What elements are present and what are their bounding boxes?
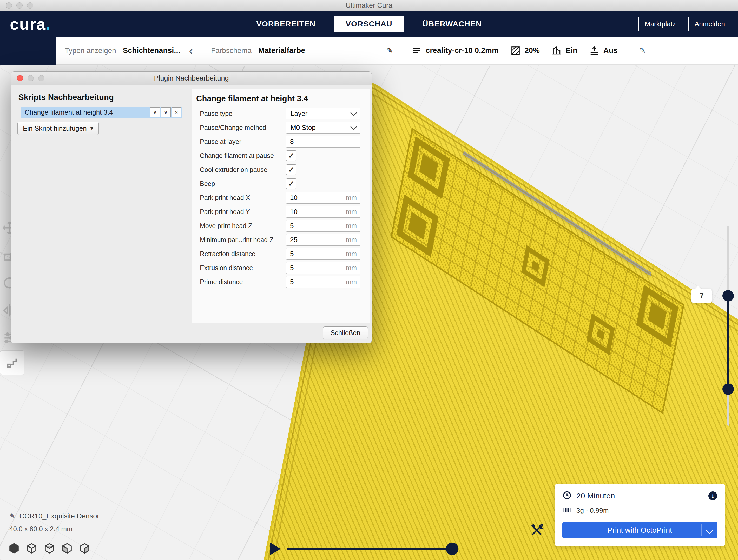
adhesion-icon [589, 46, 599, 56]
dialog-close-icon[interactable] [17, 75, 23, 81]
filament-usage-icon [562, 505, 572, 516]
select-value: Layer [291, 110, 307, 118]
simulation-slider-handle[interactable] [446, 543, 458, 555]
view-top-icon[interactable] [43, 542, 56, 555]
chevron-down-icon [350, 109, 357, 116]
beep-checkbox[interactable]: ✓ [286, 178, 297, 189]
edit-print-settings-icon[interactable]: ✎ [639, 46, 646, 55]
change-filament-checkbox[interactable]: ✓ [286, 150, 297, 161]
form-row: Move print head Z mm [200, 219, 360, 233]
simulation-slider-track[interactable] [287, 548, 455, 550]
field-control: ✓ [286, 150, 360, 161]
model-name: CCR10_Exquisite Densor [19, 512, 99, 520]
support-blocker-icon [5, 356, 19, 369]
layer-slider-upper-handle[interactable] [722, 290, 734, 302]
caret-down-icon: ▾ [90, 125, 93, 132]
marketplace-button[interactable]: Marktplatz [639, 17, 682, 31]
support-value[interactable]: Ein [566, 46, 578, 55]
field-control: ✓ [286, 164, 360, 175]
print-with-octoprint-button[interactable]: Print with OctoPrint [562, 522, 717, 538]
support-blocker-tool[interactable] [0, 351, 24, 375]
script-name[interactable]: Change filament at height 3.4 [21, 108, 150, 116]
form-row: Pause at layer [200, 134, 360, 148]
qr-finder-marker [396, 194, 439, 257]
close-window-icon[interactable] [6, 2, 12, 9]
infill-icon [510, 46, 520, 56]
print-job-panel: 20 Minuten i 3g · 0.99m Print with OctoP… [555, 484, 725, 546]
infill-value[interactable]: 20% [525, 46, 540, 55]
sign-in-button[interactable]: Anmelden [688, 17, 731, 31]
field-label: Change filament at pause [200, 152, 286, 159]
print-time-estimate: 20 Minuten [577, 491, 615, 500]
color-scheme-section[interactable]: Farbschema Materialfarbe ✎ [202, 37, 402, 64]
info-icon[interactable]: i [708, 491, 717, 500]
script-settings-heading: Change filament at height 3.4 [196, 94, 370, 103]
field-input-wrap [286, 136, 360, 147]
field-input-wrap: mm [286, 192, 360, 204]
printer-profile-value[interactable]: creality-cr-10 0.2mm [426, 46, 499, 55]
adhesion-group[interactable]: Aus [589, 46, 618, 56]
print-settings-summary[interactable]: creality-cr-10 0.2mm 20% Ein Aus ✎ [402, 37, 738, 64]
chevron-down-icon: ∨ [164, 109, 167, 115]
script-settings-form: Pause type Layer Pause/Change method M0 … [192, 105, 370, 289]
view-front-icon[interactable] [25, 542, 38, 555]
color-scheme-value[interactable]: Materialfarbe [258, 46, 305, 55]
form-row: Extrusion distance mm [200, 261, 360, 275]
adhesion-value[interactable]: Aus [604, 46, 618, 55]
window-controls [6, 2, 33, 9]
layer-slider-range[interactable] [727, 295, 729, 389]
view-type-section[interactable]: Typen anzeigen Schichtenansi... ‹ [56, 37, 202, 64]
field-input-wrap: mm [286, 262, 360, 274]
window-title: Ultimaker Cura [346, 2, 392, 10]
camera-view-buttons [8, 542, 91, 555]
select-value: M0 Stop [291, 124, 316, 132]
pause-at-layer-input[interactable] [286, 136, 360, 147]
move-script-up-button[interactable]: ∧ [150, 107, 160, 117]
dialog-minimize-icon[interactable] [28, 75, 34, 81]
form-row: Pause/Change method M0 Stop [200, 120, 360, 134]
edit-view-icon[interactable]: ✎ [386, 46, 393, 55]
support-icon [552, 46, 562, 56]
layer-slider-lower-handle[interactable] [722, 383, 734, 395]
view-right-icon[interactable] [78, 542, 91, 555]
field-label: Cool extruder on pause [200, 166, 286, 173]
field-label: Park print head X [200, 194, 286, 201]
field-label: Minimum par...rint head Z [200, 236, 286, 243]
infill-group[interactable]: 20% [510, 46, 540, 56]
view-3d-icon[interactable] [8, 542, 20, 555]
form-row: Minimum par...rint head Z mm [200, 233, 360, 247]
scripts-heading: Skripts Nachbearbeitung [18, 93, 114, 102]
view-toolbar: Typen anzeigen Schichtenansi... ‹ Farbsc… [56, 37, 738, 65]
remove-script-button[interactable]: × [171, 107, 181, 117]
pause-type-select[interactable]: Layer [286, 107, 360, 119]
close-dialog-button[interactable]: Schließen [323, 327, 368, 339]
minimize-window-icon[interactable] [16, 2, 23, 9]
dialog-zoom-icon[interactable] [38, 75, 44, 81]
rename-model-icon[interactable]: ✎ [9, 512, 15, 520]
button-divider [701, 524, 702, 536]
view-type-value[interactable]: Schichtenansi... [123, 46, 180, 55]
pause-method-select[interactable]: M0 Stop [286, 121, 360, 133]
field-label: Retraction distance [200, 250, 286, 258]
tab-preview[interactable]: VORSCHAU [334, 16, 404, 32]
zoom-window-icon[interactable] [27, 2, 33, 9]
clock-icon [562, 491, 572, 501]
cool-extruder-checkbox[interactable]: ✓ [286, 164, 297, 175]
adjust-tools-icon[interactable] [530, 524, 543, 537]
add-script-button[interactable]: Ein Skript hinzufügen ▾ [17, 122, 99, 135]
tab-monitor[interactable]: ÜBERWACHEN [411, 16, 493, 32]
support-group[interactable]: Ein [552, 46, 578, 56]
add-script-label: Ein Skript hinzufügen [23, 124, 87, 132]
move-script-down-button[interactable]: ∨ [161, 107, 171, 117]
view-left-icon[interactable] [61, 542, 73, 555]
collapse-chevron-icon[interactable]: ‹ [189, 45, 193, 56]
field-label: Prime distance [200, 278, 286, 286]
script-list-item-selected[interactable]: Change filament at height 3.4 ∧ ∨ × [21, 107, 182, 118]
play-button[interactable] [270, 543, 281, 555]
tab-prepare[interactable]: VORBEREITEN [245, 16, 327, 32]
field-label: Move print head Z [200, 222, 286, 229]
printer-profile-group[interactable]: creality-cr-10 0.2mm [412, 46, 499, 56]
field-control: ✓ [286, 178, 360, 189]
unit-label: mm [346, 264, 357, 272]
chevron-down-icon[interactable] [706, 527, 713, 534]
